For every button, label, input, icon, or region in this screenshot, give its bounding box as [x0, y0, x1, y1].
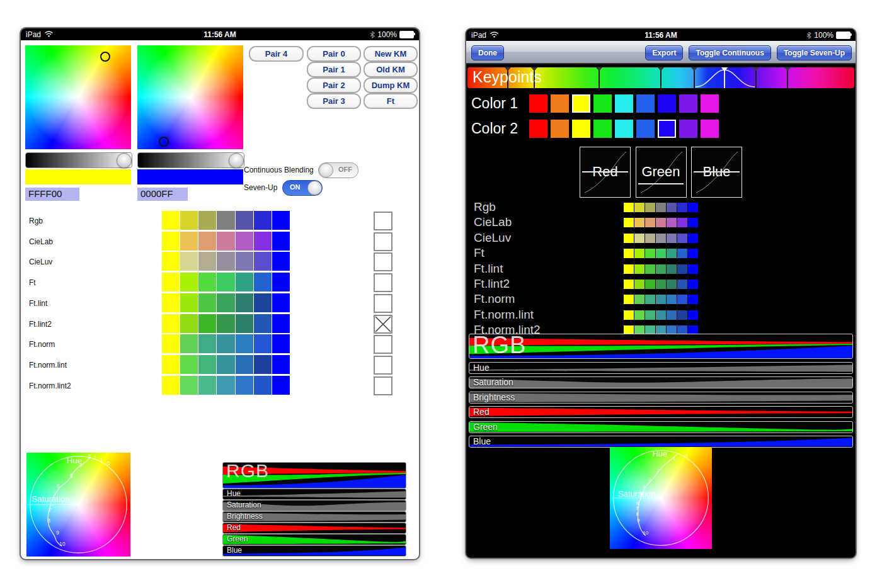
ramp-cell [624, 325, 634, 335]
ramp-cell [677, 295, 687, 304]
done-button[interactable]: Done [471, 45, 504, 60]
continuous-blending-toggle[interactable]: OFF [318, 162, 358, 178]
toolbar-button-toggle-seven-up[interactable]: Toggle Seven-Up [777, 45, 852, 60]
seven-up-toggle[interactable]: ON [282, 180, 323, 196]
button-dump-km[interactable]: Dump KM [364, 77, 418, 93]
colormap-row-label: Ft.norm.lint2 [474, 323, 541, 337]
keypoint-color-swatch[interactable] [593, 120, 612, 138]
colormap-ramp [624, 280, 698, 289]
channel-strip-saturation: Saturation [222, 500, 406, 511]
keypoints-bar[interactable]: Keypoints [467, 67, 854, 88]
ramp-cell [634, 280, 644, 289]
colormap-checkbox[interactable] [374, 335, 392, 354]
saturation-axis-label: Saturation [32, 494, 69, 504]
value-slider-1[interactable] [25, 152, 132, 168]
colormap-checkbox[interactable] [374, 232, 392, 251]
ramp-cell [688, 218, 698, 227]
bluetooth-icon [370, 31, 375, 38]
hue-tick-label: 0 [685, 453, 688, 459]
button-old-km[interactable]: Old KM [364, 62, 418, 77]
channel-strip-label: Blue [473, 436, 491, 446]
channel-strip-label: Red [227, 523, 241, 532]
toggle-knob[interactable] [307, 181, 322, 195]
toolbar-buttons: ExportToggle ContinuousToggle Seven-Up [645, 45, 852, 60]
keypoint-color-swatch[interactable] [658, 94, 676, 113]
channel-strip-blue: Blue [222, 545, 406, 557]
colormap-row-label: Ft.norm [474, 292, 515, 306]
ramp-cell [645, 203, 655, 212]
keypoint-color-swatch[interactable] [572, 94, 590, 113]
clock: 11:56 AM [21, 30, 419, 39]
toolbar-button-toggle-continuous[interactable]: Toggle Continuous [689, 45, 770, 60]
keypoint-color-swatch[interactable] [679, 120, 697, 138]
channel-strip-label: Saturation [227, 500, 261, 509]
channel-strip-green: Green [222, 534, 406, 545]
value-slider-2[interactable] [137, 152, 244, 168]
keypoint-color-swatch[interactable] [593, 94, 612, 113]
channel-strip-green: Green [469, 421, 853, 433]
slider2-knob[interactable] [229, 153, 244, 168]
ramp-cell [667, 310, 677, 320]
button-new-km[interactable]: New KM [364, 46, 418, 62]
toggle-state-label: ON [290, 183, 301, 191]
button-ft[interactable]: Ft [364, 93, 418, 109]
keypoint-color-swatch[interactable] [679, 94, 697, 113]
colormap-checkbox[interactable] [374, 273, 392, 292]
ramp-cell [634, 234, 644, 243]
ramp-cell [677, 249, 687, 258]
colormap-ramp [624, 218, 698, 227]
keypoint-color-swatch[interactable] [701, 120, 719, 138]
color-picker-1[interactable] [25, 45, 131, 149]
button-pair-3[interactable]: Pair 3 [307, 93, 361, 109]
ramp-cell [677, 264, 687, 274]
ramp-cell [667, 264, 677, 274]
ramp-cell [634, 218, 644, 227]
colormap-checkbox[interactable] [374, 315, 392, 334]
colormap-checkbox[interactable] [374, 294, 392, 313]
curve-box-red[interactable]: Red [580, 147, 631, 198]
colormap-ramp [624, 203, 698, 212]
button-pair-4[interactable]: Pair 4 [249, 46, 304, 62]
keypoint-color-swatch[interactable] [658, 120, 676, 138]
ramp-cell [624, 280, 634, 289]
keypoint-color-swatch[interactable] [572, 120, 590, 138]
toolbar-button-export[interactable]: Export [645, 45, 683, 60]
ramp-cell [677, 234, 687, 243]
button-pair-0[interactable]: Pair 0 [307, 46, 361, 62]
hue-tick-label: 6 [636, 500, 639, 506]
hex-input-2[interactable]: 0000FF [137, 188, 188, 201]
channel-strip-hue: Hue [222, 489, 406, 500]
colormap-checkbox[interactable] [374, 212, 392, 230]
keypoint-color-swatch[interactable] [636, 94, 655, 113]
strike-line [582, 171, 628, 172]
keypoint-color-swatch[interactable] [529, 120, 547, 138]
toggle-knob[interactable] [319, 163, 333, 178]
channel-strip-brightness: Brightness [469, 392, 853, 404]
colormap-checkbox[interactable] [374, 252, 392, 271]
channel-strip-label: Hue [227, 489, 241, 498]
keypoint-color-swatch[interactable] [551, 94, 569, 113]
hex-input-1[interactable]: FFFF00 [25, 188, 79, 201]
curve-box-label: Green [636, 164, 686, 180]
keypoint-color-swatch[interactable] [551, 120, 569, 138]
colormap-checkbox[interactable] [374, 376, 392, 395]
selected-keypoint-notch [721, 67, 728, 72]
curve-box-green[interactable]: Green [636, 147, 687, 198]
color-picker-2[interactable] [137, 45, 243, 149]
colormap-checkbox[interactable] [374, 356, 392, 375]
channel-strip-label: Hue [473, 363, 490, 373]
picker2-marker[interactable] [159, 137, 169, 147]
button-pair-1[interactable]: Pair 1 [307, 62, 361, 77]
right-ipad-screenshot: iPad 11:56 AM 100% Done ExportToggle Con… [466, 29, 856, 558]
button-pair-2[interactable]: Pair 2 [307, 77, 361, 93]
keypoint-color-swatch[interactable] [615, 94, 633, 113]
hue-axis-label: Hue [652, 449, 667, 458]
keypoint-color-swatch[interactable] [529, 94, 547, 113]
ramp-cell [645, 234, 655, 243]
slider1-knob[interactable] [117, 153, 132, 168]
keypoint-color-swatch[interactable] [636, 120, 655, 138]
keypoint-color-swatch[interactable] [615, 120, 633, 138]
picker1-marker[interactable] [100, 52, 110, 62]
keypoint-color-swatch[interactable] [701, 94, 719, 113]
curve-box-blue[interactable]: Blue [691, 147, 742, 198]
